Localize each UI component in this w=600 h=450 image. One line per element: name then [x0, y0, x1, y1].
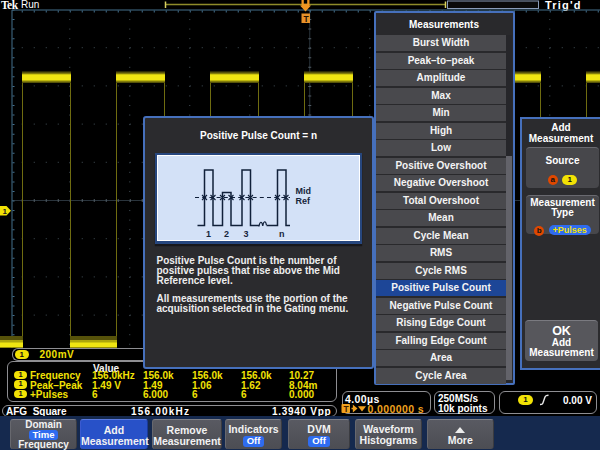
svg-text:T: T	[304, 14, 310, 24]
svg-text:1: 1	[206, 229, 211, 239]
svg-text:3: 3	[244, 229, 249, 239]
svg-text:Ref: Ref	[296, 196, 312, 206]
svg-text:2: 2	[224, 229, 229, 239]
svg-text:n: n	[279, 229, 285, 239]
svg-text:1: 1	[3, 207, 8, 216]
svg-text:T: T	[344, 404, 350, 414]
svg-text:Mid: Mid	[296, 186, 312, 196]
svg-text:0.000000 s: 0.000000 s	[368, 403, 425, 414]
